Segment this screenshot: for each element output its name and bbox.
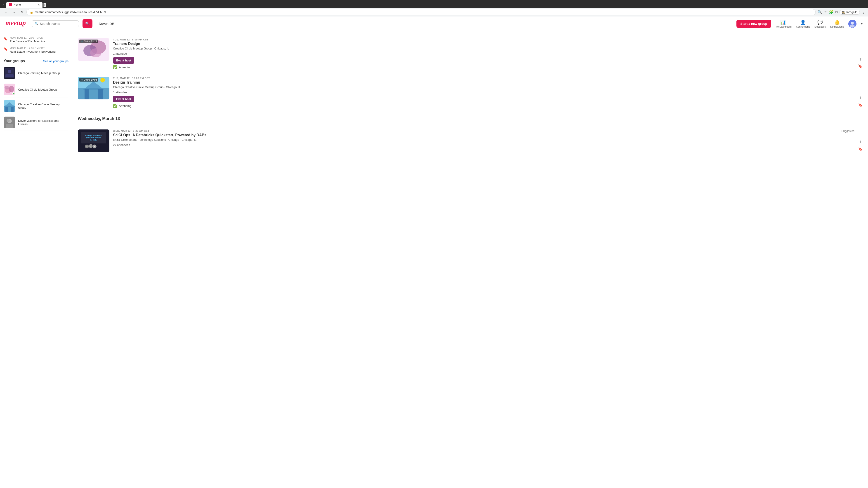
search-bar[interactable]: 🔍: [32, 20, 79, 27]
sciclops-date: WED, MAR 13 · 6:30 AM CST: [113, 129, 149, 132]
svg-point-6: [8, 70, 11, 73]
nav-connections[interactable]: 👤 Connections: [796, 20, 810, 28]
new-tab-button[interactable]: +: [43, 3, 46, 7]
sciclops-title[interactable]: SciCLOps: A Databricks Quickstart, Power…: [113, 133, 855, 137]
event-thumbnail-sciclops: SciCLOps: A Databricks Quickstart, Power…: [78, 129, 110, 152]
bookmark-icon-2[interactable]: 🔖: [4, 47, 7, 51]
bookmark-toolbar-icon[interactable]: ☆: [824, 10, 827, 14]
location-selector[interactable]: Dover, DE: [96, 20, 117, 27]
extensions-icon[interactable]: 🧩: [829, 10, 833, 14]
avatar-chevron[interactable]: ▾: [861, 22, 863, 26]
svg-text:meetup: meetup: [5, 19, 26, 26]
group-item-1[interactable]: Chicago Painting Meetup Group: [4, 65, 68, 81]
group-1-name: Chicago Painting Meetup Group: [18, 71, 60, 75]
connections-label: Connections: [796, 25, 810, 28]
meetup-logo[interactable]: meetup: [5, 19, 28, 29]
nav-pro-dashboard[interactable]: 📊 Pro Dashboard: [775, 20, 792, 28]
save-icon-trainers[interactable]: 🔖: [858, 64, 863, 68]
browser-menu-icon[interactable]: ⋮: [862, 10, 865, 14]
design-group: Chicago Creative Circle Meetup Group · C…: [113, 86, 855, 89]
trainers-group: Creative Circle Meetup Group · Chicago, …: [113, 47, 855, 50]
group-avatar-4: [4, 117, 16, 128]
tab-close-button[interactable]: ✕: [38, 3, 40, 6]
group-item-3[interactable]: Chicago Creative Circle Meetup Group: [4, 98, 68, 114]
group-item-4[interactable]: Dover Walkers for Exercise and Fitness: [4, 114, 68, 131]
share-icon-trainers[interactable]: ⬆: [859, 57, 862, 61]
bookmark-icon-1[interactable]: 🔖: [4, 37, 7, 40]
trainers-title[interactable]: Trainers Design: [113, 42, 855, 46]
design-date: TUE, MAR 12 · 10:00 PM CST: [113, 77, 855, 79]
pro-dashboard-label: Pro Dashboard: [775, 25, 792, 28]
avatar[interactable]: [848, 20, 857, 28]
svg-text:SciCLOps: A Databricks: SciCLOps: A Databricks: [85, 135, 102, 136]
design-title[interactable]: Design Training: [113, 80, 855, 85]
group-4-image: [4, 117, 16, 128]
tab-scroll-left[interactable]: ‹: [2, 2, 5, 7]
sidebar-event-2-title[interactable]: Real Estate Investment Networking: [10, 50, 56, 53]
connections-icon: 👤: [800, 20, 806, 25]
incognito-badge: 🕵️ Incognito: [839, 10, 860, 15]
save-icon-design[interactable]: 🔖: [858, 103, 863, 107]
logo-svg: meetup: [5, 19, 28, 27]
design-online-label: Online Event: [84, 78, 97, 81]
event-thumbnail-design: 📹 Online Event: [78, 77, 110, 99]
split-view-icon[interactable]: ⧉: [835, 10, 838, 14]
lock-icon: 🔒: [30, 11, 33, 14]
group-avatar-2: [4, 84, 16, 95]
search-submit-button[interactable]: 🔍: [83, 19, 92, 28]
sidebar-event-1-title[interactable]: The Basics of Divi Machine: [10, 39, 45, 43]
event-info-design: TUE, MAR 12 · 10:00 PM CST Design Traini…: [113, 77, 855, 108]
design-attending-label: Attending: [119, 104, 131, 107]
sidebar-event-1-date: MON, MAR 11 · 7:00 PM CDT: [10, 36, 45, 39]
sidebar-event-2-info: MON, MAR 11 · 7:35 PM CDT Real Estate In…: [10, 47, 56, 53]
save-icon-sciclops[interactable]: 🔖: [858, 147, 863, 151]
svg-text:by DABs: by DABs: [90, 139, 97, 141]
refresh-button[interactable]: ↻: [19, 9, 25, 15]
sidebar-event-1: 🔖 MON, MAR 11 · 7:00 PM CDT The Basics o…: [4, 35, 68, 45]
group-item-2[interactable]: Creative Circle Meetup Group: [4, 81, 68, 98]
incognito-label: Incognito: [846, 11, 857, 14]
sidebar-event-2: 🔖 MON, MAR 11 · 7:35 PM CDT Real Estate …: [4, 45, 68, 55]
event-card-sciclops: SciCLOps: A Databricks Quickstart, Power…: [78, 126, 863, 156]
svg-rect-28: [85, 89, 89, 99]
back-button[interactable]: ←: [3, 9, 9, 15]
toolbar-actions: 🔍 ☆ 🧩 ⧉ 🕵️ Incognito ⋮: [817, 10, 865, 15]
sidebar-event-2-date: MON, MAR 11 · 7:35 PM CDT: [10, 47, 56, 50]
event-thumbnail-trainers: 📹 Online Event: [78, 38, 110, 61]
trainers-attendees: 1 attendee: [113, 52, 855, 55]
design-host-button[interactable]: Event host: [113, 96, 134, 102]
search-input[interactable]: [40, 22, 76, 26]
messages-icon: 💬: [817, 20, 823, 25]
nav-notifications[interactable]: 🔔 Notifications: [830, 20, 844, 28]
group-1-image: [4, 67, 16, 79]
notifications-icon: 🔔: [834, 20, 840, 25]
event-card-design-training: 📹 Online Event TUE, MAR 12 · 10:00 PM CS…: [78, 73, 863, 112]
url-text: meetup.com/home/?suggested=true&source=E…: [35, 10, 106, 14]
svg-rect-29: [98, 89, 103, 99]
see-all-groups-link[interactable]: See all your groups: [43, 59, 68, 63]
forward-button[interactable]: →: [11, 9, 17, 15]
svg-rect-7: [5, 74, 13, 77]
tab-bar: ‹ Home ✕ +: [0, 0, 868, 8]
group-3-image: [4, 100, 16, 112]
address-bar[interactable]: 🔒 meetup.com/home/?suggested=true&source…: [26, 9, 816, 15]
share-icon-design[interactable]: ⬆: [859, 96, 862, 100]
notifications-label: Notifications: [830, 25, 844, 28]
nav-messages[interactable]: 💬 Messages: [814, 20, 826, 28]
wednesday-header: Wednesday, March 13: [78, 116, 863, 123]
attending-check-icon: ✅: [113, 65, 118, 69]
pro-dashboard-icon: 📊: [780, 20, 786, 25]
active-tab[interactable]: Home ✕: [6, 2, 42, 8]
group-avatar-1: [4, 67, 16, 79]
trainers-online-badge: 📹 Online Event: [79, 39, 98, 43]
trainers-host-button[interactable]: Event host: [113, 57, 134, 64]
start-group-button[interactable]: Start a new group: [737, 20, 771, 28]
site-header: meetup 🔍 🔍 Dover, DE Start a new group 📊…: [0, 17, 868, 31]
video-icon-2: 📹: [81, 78, 83, 81]
share-icon-sciclops[interactable]: ⬆: [859, 140, 862, 144]
messages-label: Messages: [814, 25, 826, 28]
sciclops-thumbnail-image: SciCLOps: A Databricks Quickstart, Power…: [78, 131, 110, 150]
search-toolbar-icon[interactable]: 🔍: [817, 10, 822, 14]
video-icon: 📹: [81, 40, 83, 42]
group-2-name: Creative Circle Meetup Group: [18, 88, 57, 91]
